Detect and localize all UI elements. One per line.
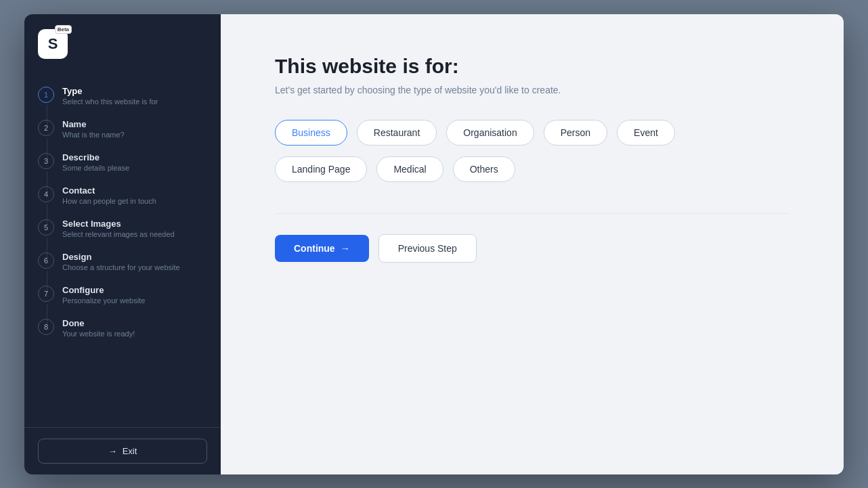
type-btn-person[interactable]: Person	[544, 120, 607, 146]
step-content-4: Contact How can people get in touch	[62, 185, 156, 205]
step-subtitle-6: Choose a structure for your website	[62, 263, 180, 271]
step-number-4: 4	[38, 186, 54, 202]
step-title-4: Contact	[62, 185, 156, 196]
type-btn-others[interactable]: Others	[453, 156, 515, 182]
step-number-1: 1	[38, 87, 54, 103]
step-number-2: 2	[38, 120, 54, 136]
type-btn-medical[interactable]: Medical	[376, 156, 443, 182]
sidebar-footer: → Exit	[24, 427, 221, 474]
logo-box: S Beta	[38, 29, 68, 59]
page-subtitle: Let's get started by choosing the type o…	[275, 85, 789, 95]
continue-label: Continue	[294, 243, 335, 254]
divider	[275, 213, 789, 214]
logo-letter: S	[48, 35, 58, 53]
continue-button[interactable]: Continue →	[275, 235, 369, 262]
step-content-3: Describe Some details please	[62, 152, 129, 172]
step-subtitle-5: Select relevant images as needed	[62, 230, 175, 238]
sidebar-step-type[interactable]: 1 Type Select who this website is for	[24, 79, 221, 112]
step-title-3: Describe	[62, 152, 129, 162]
step-title-8: Done	[62, 318, 135, 328]
step-number-8: 8	[38, 319, 54, 335]
type-btn-business[interactable]: Business	[275, 120, 347, 146]
step-title-6: Design	[62, 252, 180, 262]
previous-step-button[interactable]: Previous Step	[378, 234, 477, 263]
step-content-1: Type Select who this website is for	[62, 86, 158, 106]
step-content-8: Done Your website is ready!	[62, 318, 135, 338]
step-subtitle-2: What is the name?	[62, 131, 125, 139]
step-number-5: 5	[38, 219, 54, 236]
type-btn-restaurant[interactable]: Restaurant	[357, 120, 437, 146]
step-number-6: 6	[38, 252, 54, 269]
sidebar-step-select-images[interactable]: 5 Select Images Select relevant images a…	[24, 212, 221, 245]
step-subtitle-1: Select who this website is for	[62, 97, 158, 106]
arrow-right-icon: →	[341, 243, 350, 254]
page-title: This website is for:	[275, 55, 789, 78]
step-number-3: 3	[38, 153, 54, 169]
step-title-7: Configure	[62, 285, 145, 295]
step-subtitle-7: Personalize your website	[62, 296, 145, 305]
type-btn-event[interactable]: Event	[617, 120, 675, 146]
step-content-6: Design Choose a structure for your websi…	[62, 252, 180, 271]
sidebar-step-name[interactable]: 2 Name What is the name?	[24, 112, 221, 146]
step-subtitle-3: Some details please	[62, 164, 129, 172]
exit-button[interactable]: → Exit	[38, 439, 207, 464]
sidebar-steps: 1 Type Select who this website is for 2 …	[24, 72, 221, 427]
step-content-7: Configure Personalize your website	[62, 285, 145, 305]
step-content-2: Name What is the name?	[62, 119, 125, 139]
sidebar-step-done[interactable]: 8 Done Your website is ready!	[24, 311, 221, 345]
type-btn-organisation[interactable]: Organisation	[446, 120, 534, 146]
beta-badge: Beta	[55, 25, 72, 34]
sidebar: S Beta 1 Type Select who this website is…	[24, 14, 221, 474]
type-btn-landing-page[interactable]: Landing Page	[275, 156, 367, 182]
step-subtitle-4: How can people get in touch	[62, 197, 156, 205]
step-content-5: Select Images Select relevant images as …	[62, 219, 175, 238]
step-title-5: Select Images	[62, 219, 175, 229]
app-window: S Beta 1 Type Select who this website is…	[24, 14, 844, 474]
main-content: This website is for: Let's get started b…	[221, 14, 844, 474]
sidebar-step-configure[interactable]: 7 Configure Personalize your website	[24, 278, 221, 311]
sidebar-header: S Beta	[24, 14, 221, 72]
sidebar-step-design[interactable]: 6 Design Choose a structure for your web…	[24, 245, 221, 278]
step-subtitle-8: Your website is ready!	[62, 330, 135, 338]
step-title-1: Type	[62, 86, 158, 96]
previous-label: Previous Step	[398, 243, 457, 254]
exit-icon: →	[108, 446, 117, 456]
type-options-row-2: Landing PageMedicalOthers	[275, 156, 789, 182]
sidebar-step-describe[interactable]: 3 Describe Some details please	[24, 146, 221, 179]
sidebar-step-contact[interactable]: 4 Contact How can people get in touch	[24, 179, 221, 212]
exit-label: Exit	[123, 446, 137, 456]
action-row: Continue → Previous Step	[275, 234, 789, 263]
step-title-2: Name	[62, 119, 125, 129]
type-options-row-1: BusinessRestaurantOrganisationPersonEven…	[275, 120, 789, 146]
step-number-7: 7	[38, 286, 54, 302]
